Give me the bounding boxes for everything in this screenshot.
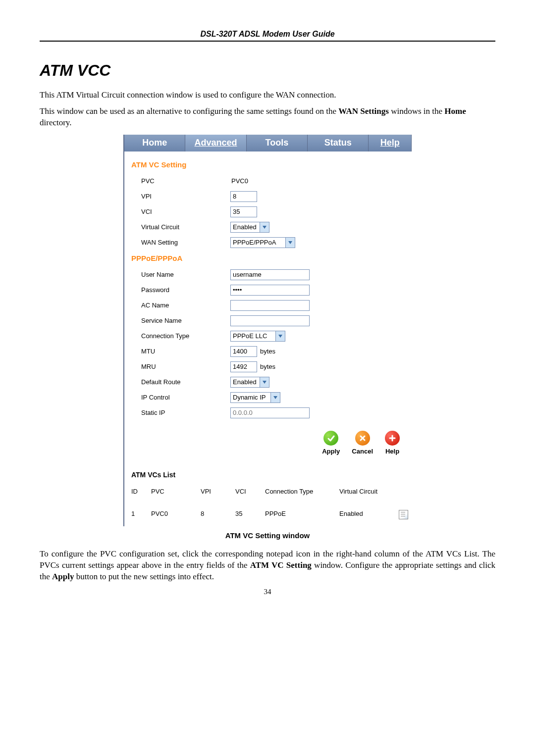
doc-header: DSL-320T ADSL Modem User Guide xyxy=(40,30,495,42)
col-pvc: PVC xyxy=(151,488,201,495)
apply-button[interactable]: Apply xyxy=(322,431,340,455)
servicename-input[interactable] xyxy=(230,315,310,326)
tab-home[interactable]: Home xyxy=(124,135,185,151)
cancel-icon xyxy=(355,431,370,446)
vpi-label: VPI xyxy=(131,193,230,200)
virtual-circuit-select[interactable]: Enabled xyxy=(230,222,269,233)
chevron-down-icon xyxy=(270,393,280,403)
mru-unit: bytes xyxy=(260,363,275,370)
svg-marker-3 xyxy=(263,381,267,384)
virtual-circuit-label: Virtual Circuit xyxy=(131,223,230,231)
outro-bold-2: Apply xyxy=(52,572,74,581)
col-id: ID xyxy=(131,488,151,495)
pvc-value: PVC0 xyxy=(230,176,249,186)
mtu-label: MTU xyxy=(131,348,230,355)
svg-marker-0 xyxy=(263,226,267,229)
outro-bold-1: ATM VC Setting xyxy=(250,560,312,570)
tab-tools[interactable]: Tools xyxy=(247,135,308,151)
atm-vcs-table: ID PVC VPI VCI Connection Type Virtual C… xyxy=(131,488,405,519)
ipcontrol-select[interactable]: Dynamic IP xyxy=(230,392,280,403)
cancel-button[interactable]: Cancel xyxy=(352,431,373,455)
vci-input[interactable] xyxy=(230,206,257,217)
outro-paragraph: To configure the PVC configuration set, … xyxy=(40,549,495,583)
wan-setting-select-value: PPPoE/PPPoA xyxy=(231,239,285,246)
defaultroute-label: Default Route xyxy=(131,378,230,386)
vci-label: VCI xyxy=(131,208,230,215)
vpi-input[interactable] xyxy=(230,191,257,202)
outro-c: button to put the new settings into effe… xyxy=(74,572,214,581)
tab-status[interactable]: Status xyxy=(308,135,369,151)
mtu-input[interactable] xyxy=(230,346,257,357)
staticip-input[interactable] xyxy=(230,407,310,418)
col-vpi: VPI xyxy=(201,488,235,495)
tab-help[interactable]: Help xyxy=(369,135,412,151)
intro-2-b: windows in the xyxy=(389,106,444,116)
conntype-select-value: PPPoE LLC xyxy=(231,332,275,340)
tab-advanced[interactable]: Advanced xyxy=(185,135,246,151)
cell-pvc: PVC0 xyxy=(151,510,201,519)
page-number: 34 xyxy=(40,588,495,596)
atm-vcs-list-heading: ATM VCs List xyxy=(131,471,405,479)
svg-marker-1 xyxy=(288,241,292,244)
atm-vc-screenshot: Home Advanced Tools Status Help ATM VC S… xyxy=(123,135,412,526)
staticip-label: Static IP xyxy=(131,409,230,416)
password-input[interactable] xyxy=(230,285,310,296)
conntype-select[interactable]: PPPoE LLC xyxy=(230,331,285,342)
intro-paragraph-1: This ATM Virtual Circuit connection wind… xyxy=(40,90,495,101)
svg-marker-4 xyxy=(273,396,277,399)
chevron-down-icon xyxy=(275,331,285,341)
username-label: User Name xyxy=(131,271,230,278)
acname-input[interactable] xyxy=(230,300,310,311)
chevron-down-icon xyxy=(285,238,295,248)
cell-vc: Enabled xyxy=(339,510,399,519)
intro-2-c: directory. xyxy=(40,118,72,127)
password-label: Password xyxy=(131,286,230,294)
apply-label: Apply xyxy=(322,448,340,455)
help-button[interactable]: Help xyxy=(385,431,400,455)
mru-label: MRU xyxy=(131,363,230,370)
col-vci: VCI xyxy=(235,488,265,495)
mru-input[interactable] xyxy=(230,361,257,372)
cell-vci: 35 xyxy=(235,510,265,519)
servicename-label: Service Name xyxy=(131,317,230,324)
figure-caption: ATM VC Setting window xyxy=(40,531,495,540)
help-label: Help xyxy=(385,448,399,455)
conntype-label: Connection Type xyxy=(131,332,230,340)
chevron-down-icon xyxy=(260,377,269,387)
svg-marker-2 xyxy=(278,335,282,338)
ipcontrol-label: IP Control xyxy=(131,394,230,401)
apply-icon xyxy=(323,431,338,446)
page-title: ATM VCC xyxy=(40,61,495,80)
intro-2-a: This window can be used as an alternativ… xyxy=(40,106,338,116)
pppoe-heading: PPPoE/PPPoA xyxy=(131,254,405,262)
defaultroute-select-value: Enabled xyxy=(231,378,260,386)
atm-vc-heading: ATM VC Setting xyxy=(131,160,405,169)
col-conn: Connection Type xyxy=(265,488,339,495)
acname-label: AC Name xyxy=(131,302,230,309)
virtual-circuit-select-value: Enabled xyxy=(231,223,260,231)
cell-conn: PPPoE xyxy=(265,510,339,519)
edit-row-icon[interactable] xyxy=(399,510,408,519)
defaultroute-select[interactable]: Enabled xyxy=(230,377,269,388)
pvc-label: PVC xyxy=(131,177,230,185)
ipcontrol-select-value: Dynamic IP xyxy=(231,394,270,401)
col-vc: Virtual Circuit xyxy=(339,488,399,495)
tab-bar: Home Advanced Tools Status Help xyxy=(124,135,412,151)
help-icon xyxy=(385,431,400,446)
action-row: Apply Cancel Help xyxy=(131,422,405,460)
cell-vpi: 8 xyxy=(201,510,235,519)
wan-setting-label: WAN Setting xyxy=(131,239,230,246)
cell-id: 1 xyxy=(131,510,151,519)
intro-2-bold-2: Home xyxy=(444,106,466,116)
intro-paragraph-2: This window can be used as an alternativ… xyxy=(40,106,495,129)
chevron-down-icon xyxy=(260,222,269,232)
wan-setting-select[interactable]: PPPoE/PPPoA xyxy=(230,237,295,248)
mtu-unit: bytes xyxy=(260,348,275,355)
username-input[interactable] xyxy=(230,269,310,280)
cancel-label: Cancel xyxy=(352,448,373,455)
intro-2-bold-1: WAN Settings xyxy=(338,106,389,116)
